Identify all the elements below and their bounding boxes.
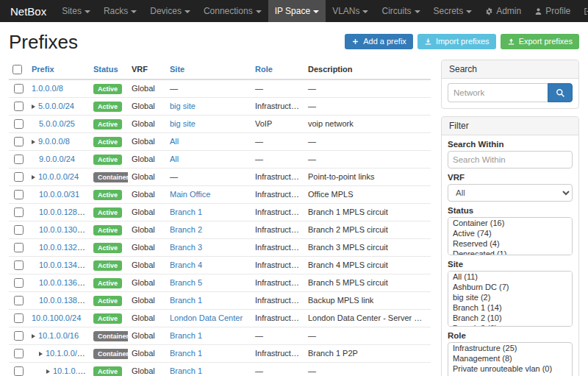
nav-item-racks[interactable]: Racks [97, 0, 143, 22]
role-filter-list[interactable]: Infrastructure (25)Management (8)Private… [448, 342, 573, 376]
nav-item-connections[interactable]: Connections [197, 0, 268, 22]
expand-arrow-icon[interactable] [39, 352, 43, 356]
nav-item-secrets[interactable]: Secrets [427, 0, 479, 22]
row-checkbox[interactable] [14, 190, 24, 199]
column-header-site[interactable]: Site [166, 60, 251, 79]
site-link[interactable]: London Data Center [170, 313, 243, 322]
filter-option[interactable]: Private unrouteable vlan (0) [448, 363, 572, 374]
prefix-cell: 10.0.0.0/24 [28, 168, 90, 185]
column-header-status[interactable]: Status [90, 60, 128, 79]
expand-arrow-icon[interactable] [32, 104, 35, 109]
row-checkbox[interactable] [14, 313, 24, 323]
filter-option[interactable]: Reserved (4) [448, 238, 572, 249]
prefix-link[interactable]: 10.0.0.128/31 [39, 207, 88, 216]
row-checkbox[interactable] [14, 155, 24, 164]
row-checkbox[interactable] [14, 331, 24, 341]
row-checkbox[interactable] [14, 260, 24, 270]
export-prefixes-button[interactable]: Export prefixes [501, 34, 579, 49]
add-a-prefix-button[interactable]: Add a prefix [345, 34, 413, 49]
prefix-link[interactable]: 10.0.0.132/31 [39, 243, 88, 252]
nav-item-devices[interactable]: Devices [143, 0, 197, 22]
import-prefixes-button[interactable]: Import prefixes [417, 34, 496, 49]
status-filter-list[interactable]: Container (16)Active (74)Reserved (4)Dep… [448, 217, 573, 255]
filter-option[interactable]: Branch 2 (10) [448, 313, 572, 323]
prefix-link[interactable]: 10.0.0.0/24 [38, 172, 79, 181]
row-checkbox[interactable] [14, 102, 24, 111]
description-value: — [304, 97, 431, 115]
prefix-link[interactable]: 10.1.0.0/16 [38, 331, 79, 340]
nav-item-profile[interactable]: Profile [528, 0, 577, 22]
nav-item-admin[interactable]: Admin [478, 0, 528, 22]
row-checkbox[interactable] [14, 225, 24, 235]
filter-option[interactable]: Deprecated (1) [448, 249, 572, 255]
site-link[interactable]: Branch 3 [170, 243, 202, 252]
expand-arrow-icon[interactable] [32, 140, 35, 144]
prefix-link[interactable]: 10.0.0.0/31 [39, 190, 79, 199]
row-checkbox[interactable] [14, 243, 24, 252]
vrf-select[interactable]: All [448, 184, 573, 202]
brand[interactable]: NetBox [7, 0, 55, 22]
prefix-link[interactable]: 5.0.0.0/24 [38, 102, 74, 110]
site-link[interactable]: Branch 1 [170, 331, 202, 340]
expand-arrow-icon[interactable] [32, 334, 35, 338]
prefix-link[interactable]: 9.0.0.0/24 [39, 155, 75, 163]
row-checkbox[interactable] [14, 366, 24, 376]
site-link[interactable]: Branch 1 [170, 366, 202, 375]
column-header-prefix[interactable]: Prefix [28, 60, 90, 79]
filter-option[interactable]: Active (74) [448, 228, 572, 238]
row-checkbox[interactable] [14, 137, 24, 146]
filter-option[interactable]: Container (16) [448, 218, 572, 228]
site-link[interactable]: Branch 5 [170, 278, 202, 287]
filter-option[interactable]: Branch 3 (6) [448, 323, 572, 327]
expand-arrow-icon[interactable] [32, 175, 35, 180]
filter-option[interactable]: All (11) [448, 272, 572, 282]
select-all-checkbox[interactable] [12, 65, 22, 74]
site-link[interactable]: big site [170, 102, 196, 110]
site-link[interactable]: big site [170, 119, 196, 128]
site-link[interactable]: Main Office [170, 190, 210, 199]
prefix-link[interactable]: 10.0.0.134/31 [39, 260, 88, 269]
filter-option[interactable]: Ashburn DC (7) [448, 282, 572, 292]
prefix-link[interactable]: 10.0.0.130/31 [39, 225, 88, 234]
nav-item-sites[interactable]: Sites [55, 0, 97, 22]
site-link[interactable]: Branch 1 [170, 207, 202, 216]
filter-option[interactable]: Management (8) [448, 353, 572, 363]
filter-option[interactable]: Infrastructure (25) [448, 343, 572, 353]
row-checkbox[interactable] [14, 84, 24, 93]
prefix-link[interactable]: 10.0.0.138/31 [39, 296, 88, 305]
filter-option[interactable]: big site (2) [448, 292, 572, 302]
nav-item-log-out[interactable]: Log out [577, 0, 588, 22]
vrf-value: Global [128, 185, 166, 203]
site-link[interactable]: Branch 4 [170, 260, 202, 269]
role-value: Infrastructure [251, 274, 304, 291]
prefix-link[interactable]: 10.1.0.0/24 [46, 349, 86, 358]
nav-item-ip-space[interactable]: IP Space [268, 0, 326, 22]
row-checkbox[interactable] [14, 172, 24, 182]
prefix-link[interactable]: 10.1.0.0/25 [53, 366, 90, 375]
filter-option[interactable]: Branch 1 (14) [448, 302, 572, 313]
table-row: 10.0.0.130/31ActiveGlobalBranch 2Infrast… [9, 221, 431, 238]
row-checkbox[interactable] [14, 119, 24, 129]
prefix-link[interactable]: 5.0.0.0/25 [39, 119, 75, 128]
site-filter-list[interactable]: All (11)Ashburn DC (7)big site (2)Branch… [448, 271, 573, 327]
column-header-role[interactable]: Role [251, 60, 304, 79]
search-input[interactable] [448, 83, 548, 102]
prefix-link[interactable]: 9.0.0.0/8 [38, 137, 70, 146]
expand-arrow-icon[interactable] [46, 369, 50, 374]
site-link[interactable]: All [170, 155, 179, 163]
row-checkbox[interactable] [14, 296, 24, 305]
row-checkbox[interactable] [14, 207, 24, 217]
row-checkbox[interactable] [14, 349, 24, 358]
prefix-link[interactable]: 10.0.100.0/24 [32, 313, 81, 322]
prefix-link[interactable]: 1.0.0.0/8 [32, 84, 63, 93]
search-button[interactable] [548, 83, 573, 102]
site-link[interactable]: All [170, 137, 179, 146]
search-within-input[interactable] [448, 151, 573, 169]
nav-item-circuits[interactable]: Circuits [375, 0, 426, 22]
prefix-link[interactable]: 10.0.0.136/31 [39, 278, 88, 287]
site-link[interactable]: Branch 1 [170, 349, 202, 358]
nav-item-vlans[interactable]: VLANs [326, 0, 375, 22]
site-link[interactable]: Branch 1 [170, 296, 202, 305]
site-link[interactable]: Branch 2 [170, 225, 202, 234]
row-checkbox[interactable] [14, 278, 24, 288]
